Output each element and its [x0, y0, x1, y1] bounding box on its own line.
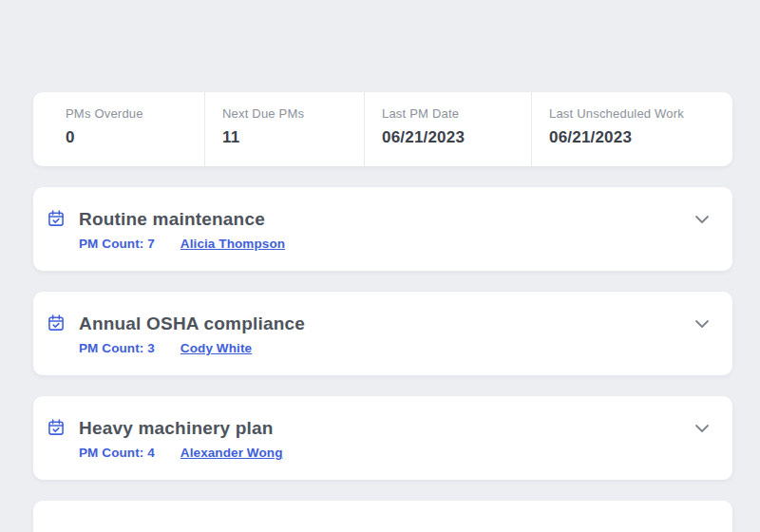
stat-last-pm-date: Last PM Date 06/21/2023: [364, 92, 531, 166]
assignee-link[interactable]: Alexander Wong: [180, 446, 283, 460]
chevron-down-icon[interactable]: [694, 422, 711, 435]
plan-title: Annual OSHA compliance: [79, 314, 305, 334]
pm-count: PM Count: 3: [79, 341, 155, 355]
stats-summary-bar: PMs Overdue 0 Next Due PMs 11 Last PM Da…: [33, 92, 732, 166]
stat-value: 06/21/2023: [382, 128, 531, 147]
calendar-check-icon: [47, 314, 66, 332]
pm-count: PM Count: 7: [79, 237, 155, 251]
assignee-link[interactable]: Cody White: [180, 341, 252, 355]
plan-title: Heavy machinery plan: [79, 418, 274, 439]
calendar-check-icon: [47, 418, 66, 437]
calendar-check-icon: [47, 209, 66, 228]
chevron-down-icon[interactable]: [694, 213, 711, 226]
stat-label: Next Due PMs: [222, 106, 364, 121]
plan-meta: PM Count: 4 Alexander Wong: [79, 446, 283, 460]
stat-label: Last PM Date: [382, 106, 531, 121]
pm-plans-page: PMs Overdue 0 Next Due PMs 11 Last PM Da…: [33, 0, 732, 532]
plan-meta: PM Count: 3 Cody White: [79, 341, 252, 355]
stat-last-unscheduled-work: Last Unscheduled Work 06/21/2023: [531, 92, 732, 166]
pm-count: PM Count: 4: [79, 446, 155, 460]
assignee-link[interactable]: Alicia Thompson: [180, 237, 285, 251]
chevron-down-icon[interactable]: [694, 317, 711, 331]
stat-label: Last Unscheduled Work: [549, 106, 732, 121]
plan-card-routine-maintenance[interactable]: Routine maintenance PM Count: 7 Alicia T…: [33, 187, 732, 271]
stat-label: PMs Overdue: [66, 106, 204, 121]
plan-card-annual-osha-compliance[interactable]: Annual OSHA compliance PM Count: 3 Cody …: [33, 292, 732, 375]
stat-value: 0: [66, 128, 204, 147]
stat-value: 11: [222, 128, 364, 147]
plan-card-heavy-machinery-plan[interactable]: Heavy machinery plan PM Count: 4 Alexand…: [33, 396, 732, 480]
plan-title: Routine maintenance: [79, 209, 265, 230]
plan-meta: PM Count: 7 Alicia Thompson: [79, 237, 285, 251]
stat-next-due-pms: Next Due PMs 11: [204, 92, 364, 166]
stat-pms-overdue: PMs Overdue 0: [33, 92, 204, 166]
plan-card-partial[interactable]: [33, 501, 732, 532]
stat-value: 06/21/2023: [549, 128, 732, 147]
